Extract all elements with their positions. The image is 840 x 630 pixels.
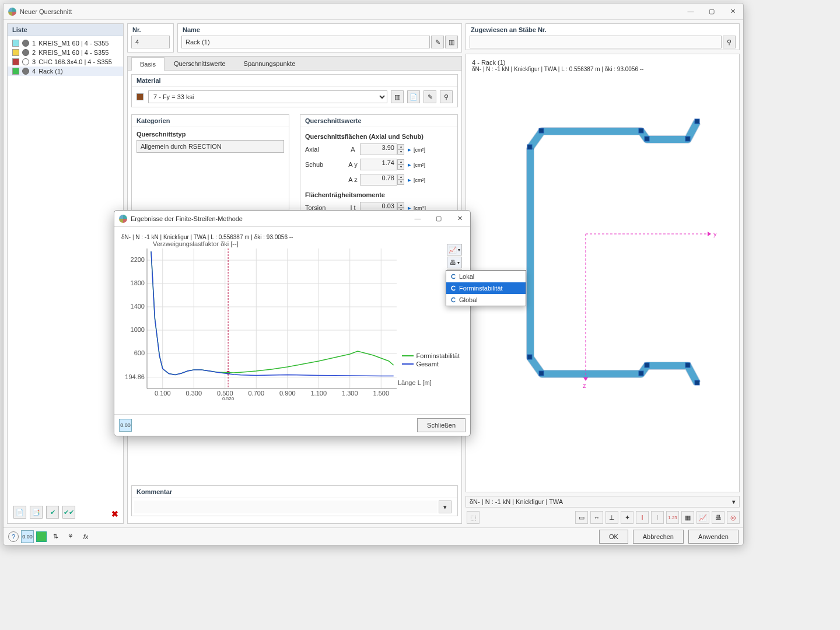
- dlg-units-toggle[interactable]: 0.00: [119, 419, 132, 432]
- list-item[interactable]: 2KREIS_M1 60 | 4 - S355: [8, 48, 123, 57]
- svg-text:1.100: 1.100: [310, 390, 327, 397]
- material-lib-icon[interactable]: ▥: [391, 90, 404, 103]
- material-group: Material 7 - Fy = 33 ksi ▥ 📄 ✎ ⚲: [131, 74, 458, 107]
- svg-text:Länge L [m]: Länge L [m]: [398, 379, 432, 386]
- qs-row-value[interactable]: 0.78: [360, 174, 397, 186]
- qst-value: Allgemein durch RSECTION: [136, 140, 284, 153]
- svg-text:1800: 1800: [131, 279, 145, 286]
- color-toggle[interactable]: [36, 531, 47, 542]
- list-item[interactable]: 1KREIS_M1 60 | 4 - S355: [8, 38, 123, 48]
- qs-row-unit: [cm²]: [414, 146, 437, 153]
- svg-rect-2: [539, 128, 544, 133]
- material-select[interactable]: 7 - Fy = 33 ksi: [148, 90, 387, 103]
- kommentar-dropdown-icon[interactable]: ▾: [439, 501, 452, 513]
- qs-link-icon[interactable]: ▸: [405, 146, 414, 153]
- edit-name-icon[interactable]: ✎: [431, 36, 444, 48]
- delete-button[interactable]: ✖: [111, 509, 118, 519]
- chart-tool-view[interactable]: 📈▾: [447, 244, 462, 256]
- preview-subtitle: δN- | N : -1 kN | Knickfigur | TWA | L :…: [472, 66, 733, 72]
- dlg-minimize[interactable]: —: [412, 215, 424, 222]
- library-icon[interactable]: ▥: [445, 36, 458, 48]
- kommentar-header: Kommentar: [132, 486, 457, 498]
- svg-text:194.86: 194.86: [125, 373, 145, 380]
- material-new-icon[interactable]: 📄: [407, 90, 420, 103]
- mode-dropdown[interactable]: ϹLokalϹForminstabilitätϹGlobal: [446, 270, 526, 306]
- view-axes-icon[interactable]: ⊥: [606, 511, 618, 524]
- nr-input[interactable]: [131, 36, 170, 48]
- svg-rect-4: [639, 128, 643, 133]
- assign-input[interactable]: [470, 36, 722, 48]
- qs-row-label: Axial: [305, 146, 346, 153]
- qs-spinner: ▴▾: [397, 159, 404, 170]
- view-values-icon[interactable]: 1.23: [666, 511, 679, 524]
- list-item[interactable]: 3CHC 168.3x4.0 | 4 - S355: [8, 57, 123, 66]
- preview-title: 4 - Rack (1): [472, 59, 733, 66]
- check-button-1[interactable]: ✔: [46, 506, 59, 519]
- dlg-close[interactable]: ✕: [454, 215, 466, 222]
- view-I-icon[interactable]: I: [636, 511, 649, 524]
- material-pick-icon[interactable]: ⚲: [440, 90, 453, 103]
- svg-rect-1: [527, 355, 532, 359]
- view-principal-icon[interactable]: ✦: [621, 511, 634, 524]
- assign-label: Zugewiesen an Stäbe Nr.: [466, 24, 739, 33]
- titlebar: Neuer Querschnitt — ▢ ✕: [4, 4, 743, 20]
- view-I2-icon[interactable]: I: [651, 511, 664, 524]
- tab-querschnittswerte[interactable]: Querschnittswerte: [165, 57, 235, 70]
- svg-rect-11: [695, 380, 699, 385]
- tool-b[interactable]: ⚘: [64, 530, 77, 543]
- chart-svg: Verzweigungslastfaktor δki [--]194.86600…: [119, 240, 467, 406]
- view-dim-icon[interactable]: ↔: [590, 511, 603, 524]
- qs-link-icon[interactable]: ▸: [405, 176, 414, 184]
- svg-text:1.300: 1.300: [342, 390, 358, 397]
- view-tool-1[interactable]: ⬚: [467, 511, 480, 524]
- dlg-close-button[interactable]: Schließen: [417, 418, 466, 432]
- view-graph-icon[interactable]: 📈: [696, 511, 709, 524]
- tab-spannungspunkte[interactable]: Spannungspunkte: [235, 57, 304, 70]
- tool-a[interactable]: ⇅: [49, 530, 62, 543]
- tab-basis[interactable]: Basis: [131, 57, 164, 71]
- maximize-button[interactable]: ▢: [706, 8, 718, 15]
- apply-button[interactable]: Anwenden: [688, 530, 738, 544]
- check-button-2[interactable]: ✔✔: [62, 506, 75, 519]
- chart-legend: Forminstabilität Gesamt: [402, 352, 460, 369]
- view-frame-icon[interactable]: ▭: [575, 511, 588, 524]
- assign-field: Zugewiesen an Stäbe Nr. ⚲: [466, 23, 740, 50]
- dropdown-item-forminstabilität[interactable]: ϹForminstabilität: [446, 282, 526, 294]
- qs-subheader: Querschnittsflächen (Axial und Schub): [305, 131, 437, 140]
- cancel-button[interactable]: Abbrechen: [633, 530, 684, 544]
- help-icon[interactable]: ?: [8, 531, 19, 542]
- tool-c[interactable]: fx: [79, 530, 92, 543]
- dropdown-item-global[interactable]: ϹGlobal: [446, 294, 526, 306]
- qs-row-value[interactable]: 1.74: [360, 159, 397, 170]
- legend-forminstabilitaet: Forminstabilität: [416, 352, 460, 359]
- qs-row-value[interactable]: 3.90: [360, 144, 397, 155]
- fsm-results-dialog: Ergebnisse der Finite-Streifen-Methode —…: [114, 210, 471, 436]
- kommentar-input[interactable]: [134, 501, 438, 513]
- view-grid-icon[interactable]: ▦: [681, 511, 694, 524]
- list-item[interactable]: 4Rack (1): [8, 66, 123, 76]
- ok-button[interactable]: OK: [599, 530, 628, 544]
- qs-row-symbol: A z: [346, 176, 360, 183]
- qswerte-header: Querschnittswerte: [300, 115, 457, 127]
- window-title: Neuer Querschnitt: [20, 8, 685, 15]
- units-toggle[interactable]: 0.00: [21, 530, 34, 543]
- chart-tool-print[interactable]: 🖶▾: [447, 257, 462, 268]
- name-label: Name: [178, 24, 461, 33]
- qs-row-unit: [cm²]: [414, 161, 437, 168]
- material-edit-icon[interactable]: ✎: [424, 90, 436, 103]
- assign-pick-icon[interactable]: ⚲: [723, 36, 736, 48]
- minimize-button[interactable]: —: [685, 8, 696, 15]
- dialog-app-icon: [119, 215, 127, 223]
- view-target-icon[interactable]: ◎: [727, 511, 740, 524]
- view-print-icon[interactable]: 🖶: [712, 511, 724, 524]
- dlg-maximize[interactable]: ▢: [433, 215, 444, 222]
- close-button[interactable]: ✕: [727, 8, 738, 15]
- dropdown-item-lokal[interactable]: ϹLokal: [446, 271, 526, 282]
- status-dropdown-icon[interactable]: ▾: [732, 498, 736, 506]
- new-section-button[interactable]: 📄: [13, 506, 26, 519]
- legend-gesamt: Gesamt: [416, 360, 439, 368]
- name-input[interactable]: [181, 36, 430, 48]
- qs-link-icon[interactable]: ▸: [405, 161, 414, 169]
- svg-rect-3: [539, 371, 544, 376]
- copy-section-button[interactable]: 📑: [30, 506, 43, 519]
